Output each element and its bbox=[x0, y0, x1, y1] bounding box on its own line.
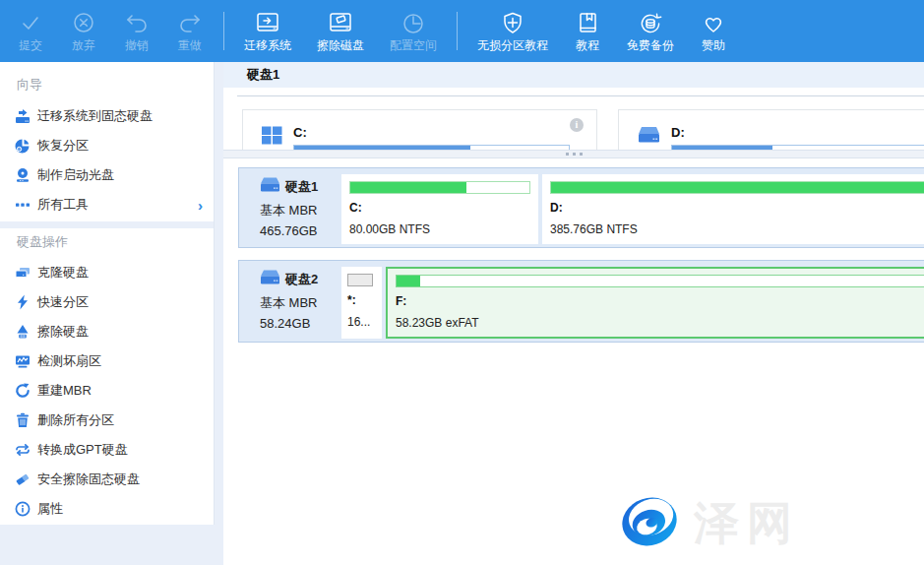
tutorial-button[interactable]: 教程 bbox=[561, 0, 614, 62]
toolbar-item-label: 无损分区教程 bbox=[477, 38, 548, 52]
partition-label: D: bbox=[550, 201, 924, 215]
database-refresh-icon bbox=[636, 11, 665, 36]
toolbar-separator bbox=[223, 12, 224, 50]
lightning-icon bbox=[14, 294, 31, 311]
sidebar-item-delete-all-partitions[interactable]: 删除所有分区 bbox=[0, 406, 214, 435]
usage-bar bbox=[396, 275, 924, 287]
main-panel: 硬盘1 C: i bbox=[223, 62, 924, 565]
toolbar-item-label: 重做 bbox=[178, 38, 202, 52]
migrate-disk-icon bbox=[253, 11, 282, 36]
sidebar-item-clone-disk[interactable]: 克隆硬盘 bbox=[0, 258, 214, 287]
sidebar-item-label: 所有工具 bbox=[37, 196, 89, 214]
usage-bar bbox=[349, 181, 530, 194]
partition-f-selected[interactable]: F: 58.23GB exFAT bbox=[386, 267, 924, 339]
migrate-system-button[interactable]: 迁移系统 bbox=[231, 0, 304, 62]
lossless-partition-tutorial-button[interactable]: 无损分区教程 bbox=[464, 0, 561, 62]
watermark-logo-icon bbox=[615, 493, 684, 554]
disk-size: 58.24GB bbox=[260, 316, 341, 331]
tab-strip: 硬盘1 bbox=[223, 62, 924, 88]
trash-icon bbox=[14, 412, 31, 429]
disk-row-2: 硬盘2 基本 MBR 58.24GB *: 16... F: 58.23GB e… bbox=[238, 260, 924, 343]
wipe-disk-button[interactable]: 擦除磁盘 bbox=[304, 0, 377, 62]
heart-icon bbox=[700, 11, 727, 36]
partition-d[interactable]: D: 385.76GB NTFS bbox=[542, 174, 924, 244]
discard-button[interactable]: 放弃 bbox=[57, 0, 110, 62]
clone-disk-icon bbox=[14, 265, 31, 282]
disk2-info-block[interactable]: 硬盘2 基本 MBR 58.24GB bbox=[239, 267, 341, 339]
erase-disk-icon bbox=[326, 11, 355, 36]
partition-c[interactable]: C: 80.00GB NTFS bbox=[341, 174, 538, 244]
usage-bar bbox=[293, 145, 570, 150]
sidebar-item-all-tools[interactable]: 所有工具 › bbox=[0, 190, 214, 220]
overview-volume-d[interactable]: D: bbox=[618, 109, 924, 150]
sidebar-item-label: 迁移系统到固态硬盘 bbox=[37, 107, 153, 125]
usage-bar-fill bbox=[551, 182, 924, 193]
toolbar-item-label: 迁移系统 bbox=[244, 38, 291, 52]
rebuild-refresh-icon bbox=[14, 383, 31, 400]
toolbar-separator bbox=[457, 12, 458, 50]
sidebar-item-migrate-os-to-ssd[interactable]: 迁移系统到固态硬盘 bbox=[0, 101, 214, 131]
sidebar-item-wipe-disk[interactable]: 擦除硬盘 bbox=[0, 317, 214, 346]
sidebar-item-properties[interactable]: 属性 bbox=[0, 494, 214, 524]
info-circle-icon bbox=[14, 501, 31, 518]
disk-arrow-icon bbox=[14, 108, 31, 125]
partition-size-fs: 16... bbox=[347, 315, 376, 329]
disk-row-1: 硬盘1 基本 MBR 465.76GB C: 80.00GB NTFS bbox=[238, 167, 924, 248]
splitter-handle[interactable] bbox=[223, 150, 924, 158]
redo-button[interactable]: 重做 bbox=[163, 0, 216, 62]
disk1-info-block[interactable]: 硬盘1 基本 MBR 465.76GB bbox=[239, 174, 341, 244]
usage-bar bbox=[347, 274, 373, 286]
disk-name: 硬盘1 bbox=[285, 178, 318, 196]
broom-icon bbox=[14, 324, 31, 341]
tab-disk1[interactable]: 硬盘1 bbox=[247, 66, 279, 84]
eraser-icon bbox=[14, 471, 31, 488]
windows-logo-icon bbox=[262, 126, 282, 150]
shield-plus-icon bbox=[499, 11, 526, 36]
volume-label: D: bbox=[671, 126, 924, 140]
sidebar-item-recover-partition[interactable]: 恢复分区 bbox=[0, 131, 214, 160]
sidebar-item-label: 检测坏扇区 bbox=[37, 352, 101, 370]
usage-bar-fill bbox=[397, 276, 420, 286]
toolbar-item-label: 提交 bbox=[19, 38, 42, 52]
undo-button[interactable]: 撤销 bbox=[110, 0, 163, 62]
partition-unallocated[interactable]: *: 16... bbox=[341, 267, 382, 339]
info-icon[interactable]: i bbox=[570, 118, 584, 132]
sidebar-item-convert-to-gpt[interactable]: 转换成GPT硬盘 bbox=[0, 435, 214, 465]
sidebar-section-title-disk-operations: 硬盘操作 bbox=[0, 228, 214, 258]
overview-volume-c[interactable]: C: i bbox=[242, 109, 597, 150]
sidebar-item-secure-erase-ssd[interactable]: 安全擦除固态硬盘 bbox=[0, 465, 214, 494]
sidebar: 向导 迁移系统到固态硬盘 恢复分区 制作启动光盘 bbox=[0, 62, 223, 565]
sidebar-section-title-wizard: 向导 bbox=[0, 62, 214, 101]
sidebar-panel: 向导 迁移系统到固态硬盘 恢复分区 制作启动光盘 bbox=[0, 62, 215, 525]
partition-label: *: bbox=[347, 293, 376, 307]
submit-button[interactable]: 提交 bbox=[4, 0, 57, 62]
sidebar-item-label: 属性 bbox=[37, 500, 63, 518]
partition-size-fs: 58.23GB exFAT bbox=[396, 316, 924, 330]
toolbar: 提交 放弃 撤销 重做 迁移系统 擦除磁盘 配置空间 无损分区教程 教程 免费备… bbox=[0, 0, 924, 62]
hard-drive-icon bbox=[260, 270, 280, 289]
sidebar-item-check-bad-sectors[interactable]: 检测坏扇区 bbox=[0, 346, 214, 376]
toolbar-item-label: 配置空间 bbox=[390, 38, 437, 52]
cancel-circle-icon bbox=[70, 11, 97, 36]
undo-icon bbox=[123, 11, 151, 36]
usage-bar bbox=[550, 181, 924, 194]
bad-sector-scan-icon bbox=[14, 353, 31, 370]
sidebar-item-label: 安全擦除固态硬盘 bbox=[37, 471, 140, 488]
sidebar-item-make-bootable-media[interactable]: 制作启动光盘 bbox=[0, 160, 214, 190]
sidebar-item-rebuild-mbr[interactable]: 重建MBR bbox=[0, 376, 214, 406]
hard-drive-icon bbox=[260, 177, 280, 197]
sidebar-item-quick-partition[interactable]: 快速分区 bbox=[0, 287, 214, 317]
free-backup-button[interactable]: 免费备份 bbox=[614, 0, 687, 62]
toolbar-item-label: 赞助 bbox=[702, 38, 725, 52]
partition-size-fs: 80.00GB NTFS bbox=[349, 222, 530, 236]
convert-arrows-icon bbox=[14, 442, 31, 459]
disk-type: 基本 MBR bbox=[260, 202, 341, 220]
partition-size-fs: 385.76GB NTFS bbox=[550, 222, 924, 236]
watermark: 泽网 bbox=[615, 493, 800, 554]
allocate-space-button[interactable]: 配置空间 bbox=[377, 0, 450, 62]
pie-clock-icon bbox=[400, 11, 427, 36]
watermark-text: 泽网 bbox=[694, 493, 800, 554]
usage-bar bbox=[671, 145, 924, 150]
donate-button[interactable]: 赞助 bbox=[687, 0, 740, 62]
sidebar-item-label: 克隆硬盘 bbox=[37, 264, 89, 282]
